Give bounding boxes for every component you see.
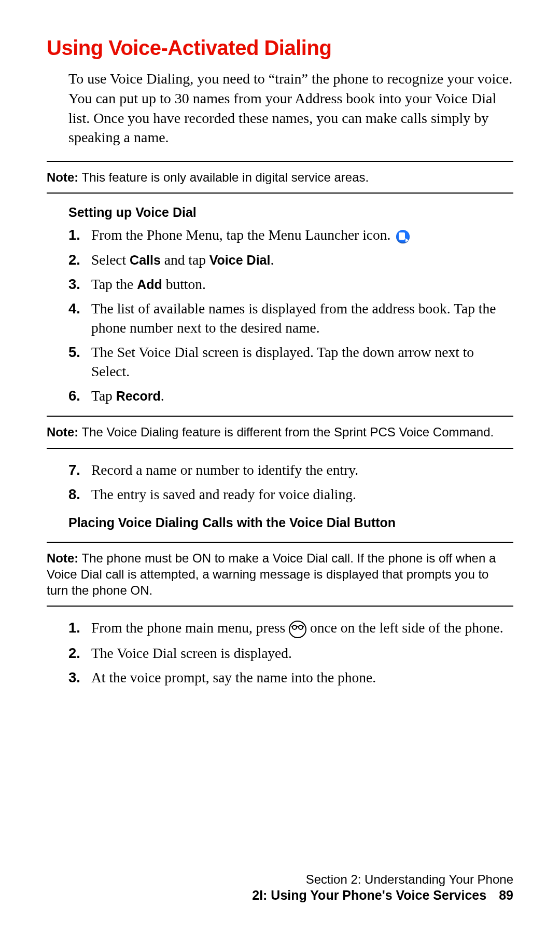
note-label: Note:	[47, 551, 78, 565]
step: 5. The Set Voice Dial screen is displaye…	[68, 342, 513, 381]
steps-setup: 1. From the Phone Menu, tap the Menu Lau…	[68, 225, 513, 405]
step-number: 2.	[68, 643, 91, 663]
intro-paragraph: To use Voice Dialing, you need to “train…	[68, 69, 513, 147]
step-text: Select Calls and tap Voice Dial.	[91, 250, 274, 269]
step-text: Record a name or number to identify the …	[91, 460, 358, 479]
steps-placing-calls: 1. From the phone main menu, press once …	[68, 618, 513, 687]
step-text: The entry is saved and ready for voice d…	[91, 485, 356, 504]
step-text: At the voice prompt, say the name into t…	[91, 668, 376, 687]
note-different-feature: Note: The Voice Dialing feature is diffe…	[47, 424, 513, 440]
steps-setup-continued: 7. Record a name or number to identify t…	[68, 460, 513, 504]
step-number: 8.	[68, 485, 91, 504]
step-text: The Voice Dial screen is displayed.	[91, 643, 292, 663]
step-number: 4.	[68, 299, 91, 337]
step-number: 7.	[68, 460, 91, 479]
step: 4. The list of available names is displa…	[68, 299, 513, 337]
menu-launcher-icon	[396, 230, 410, 243]
step-number: 5.	[68, 342, 91, 381]
voice-dial-button-icon	[289, 621, 306, 638]
step: 6. Tap Record.	[68, 386, 513, 405]
step-text: From the Phone Menu, tap the Menu Launch…	[91, 225, 410, 244]
step: 7. Record a name or number to identify t…	[68, 460, 513, 479]
step-number: 3.	[68, 668, 91, 687]
divider	[47, 161, 513, 162]
page-number: 89	[499, 888, 513, 902]
step: 1. From the Phone Menu, tap the Menu Lau…	[68, 225, 513, 244]
step: 3. Tap the Add button.	[68, 274, 513, 294]
note-digital-area: Note: This feature is only available in …	[47, 169, 513, 185]
page-footer: Section 2: Understanding Your Phone 2I: …	[47, 872, 513, 903]
footer-section: Section 2: Understanding Your Phone	[47, 872, 513, 887]
footer-chapter: 2I: Using Your Phone's Voice Services89	[47, 888, 513, 903]
note-text: The phone must be ON to make a Voice Dia…	[47, 551, 496, 597]
note-text: This feature is only available in digita…	[78, 170, 369, 184]
step-number: 3.	[68, 274, 91, 294]
step-number: 2.	[68, 250, 91, 269]
step: 2. Select Calls and tap Voice Dial.	[68, 250, 513, 269]
divider	[47, 542, 513, 543]
step-text: From the phone main menu, press once on …	[91, 618, 503, 638]
note-phone-on: Note: The phone must be ON to make a Voi…	[47, 550, 513, 599]
step: 3. At the voice prompt, say the name int…	[68, 668, 513, 687]
divider	[47, 193, 513, 194]
step-number: 1.	[68, 225, 91, 244]
divider	[47, 448, 513, 449]
step-text: The Set Voice Dial screen is displayed. …	[91, 342, 513, 381]
note-label: Note:	[47, 425, 78, 439]
step-text: The list of available names is displayed…	[91, 299, 513, 337]
note-label: Note:	[47, 170, 78, 184]
divider	[47, 606, 513, 607]
manual-page: Using Voice-Activated Dialing To use Voi…	[0, 0, 560, 934]
note-text: The Voice Dialing feature is different f…	[78, 425, 494, 439]
step: 1. From the phone main menu, press once …	[68, 618, 513, 638]
step-text: Tap the Add button.	[91, 274, 206, 294]
step-number: 1.	[68, 618, 91, 638]
step-number: 6.	[68, 386, 91, 405]
step-text: Tap Record.	[91, 386, 164, 405]
subheading-setup: Setting up Voice Dial	[68, 205, 513, 220]
step: 8. The entry is saved and ready for voic…	[68, 485, 513, 504]
page-title: Using Voice-Activated Dialing	[47, 36, 513, 60]
subheading-placing-calls: Placing Voice Dialing Calls with the Voi…	[68, 515, 513, 530]
step: 2. The Voice Dial screen is displayed.	[68, 643, 513, 663]
divider	[47, 416, 513, 417]
